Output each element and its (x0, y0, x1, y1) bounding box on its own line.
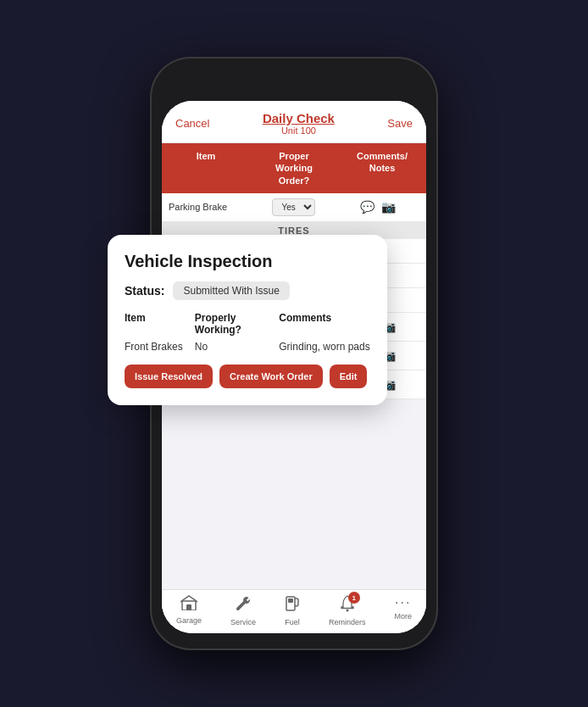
popup-col-comments: Comments (279, 312, 370, 336)
issue-resolved-button[interactable]: Issue Resolved (125, 365, 213, 388)
table-header: Item ProperWorkingOrder? Comments/Notes (162, 143, 426, 193)
popup-status-row: Status: Submitted With Issue (125, 281, 370, 300)
popup-table-row: Front Brakes No Grinding, worn pads (125, 341, 370, 353)
garage-icon (180, 595, 197, 615)
yes-no-select[interactable]: Yes No (272, 198, 315, 216)
popup-actions: Issue Resolved Create Work Order Edit (125, 365, 370, 388)
nav-fuel[interactable]: Fuel (285, 595, 300, 626)
more-label: More (394, 612, 412, 621)
status-badge: Submitted With Issue (173, 281, 289, 300)
popup-table-header: Item Properly Working? Comments (125, 312, 370, 336)
chat-icon[interactable]: 💬 (360, 200, 374, 214)
vehicle-inspection-popup: Vehicle Inspection Status: Submitted Wit… (108, 235, 387, 405)
save-button[interactable]: Save (387, 117, 413, 130)
col-comments: Comments/Notes (338, 143, 426, 193)
reminders-badge: 1 (348, 592, 360, 604)
col-item: Item (162, 143, 250, 193)
bottom-navigation: Garage Service (162, 589, 426, 633)
working-order-cell: Yes No (252, 198, 336, 216)
col-working-order: ProperWorkingOrder? (250, 143, 338, 193)
nav-garage[interactable]: Garage (176, 595, 202, 626)
more-icon: ··· (395, 595, 411, 610)
page-title: Daily Check (263, 111, 335, 125)
item-label: Parking Brake (169, 202, 252, 212)
status-label: Status: (125, 284, 164, 298)
fuel-label: Fuel (285, 618, 300, 626)
garage-label: Garage (176, 616, 202, 625)
popup-col-item: Item (125, 312, 195, 336)
service-label: Service (230, 618, 256, 626)
nav-service[interactable]: Service (230, 595, 256, 626)
page-subtitle: Unit 100 (263, 125, 335, 136)
create-work-order-button[interactable]: Create Work Order (219, 365, 323, 388)
popup-col-working: Properly Working? (195, 312, 279, 336)
popup-comments-cell: Grinding, worn pads (279, 341, 370, 353)
reminders-icon: 1 (340, 595, 355, 616)
edit-button[interactable]: Edit (330, 365, 368, 388)
cancel-button[interactable]: Cancel (175, 117, 209, 130)
popup-working-cell: No (195, 341, 279, 353)
svg-rect-1 (186, 604, 191, 610)
phone-device: Cancel Daily Check Unit 100 Save Item Pr… (150, 57, 438, 650)
popup-item-cell: Front Brakes (125, 341, 195, 353)
fuel-icon (285, 595, 300, 616)
service-icon (235, 595, 252, 616)
popup-title: Vehicle Inspection (125, 252, 370, 271)
svg-point-4 (346, 610, 348, 612)
header-center: Daily Check Unit 100 (263, 111, 335, 136)
reminders-label: Reminders (329, 618, 366, 626)
svg-rect-3 (288, 598, 293, 603)
notch (260, 64, 328, 72)
nav-reminders[interactable]: 1 Reminders (329, 595, 366, 626)
camera-icon[interactable]: 📷 (381, 200, 396, 214)
nav-more[interactable]: ··· More (394, 595, 412, 626)
table-row: Parking Brake Yes No 💬 📷 (162, 193, 426, 222)
app-header: Cancel Daily Check Unit 100 Save (162, 101, 426, 143)
row-icons: 💬 📷 (336, 200, 419, 214)
